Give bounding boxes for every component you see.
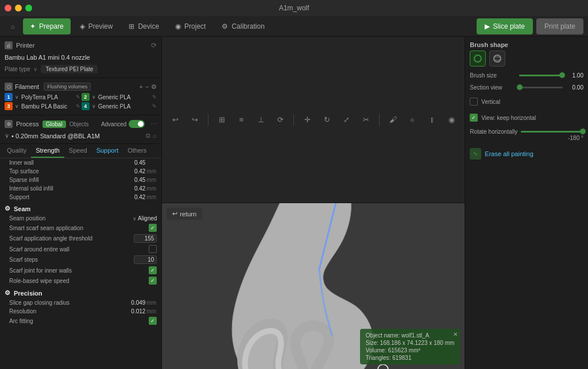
precision-group-header: ⚙ Precision (0, 286, 161, 298)
brush-sphere-button[interactable] (489, 51, 505, 67)
filament-item-2: 2 ∨ Generic PLA ✎ (82, 93, 157, 101)
toolbar-orient-icon[interactable]: ⟳ (272, 111, 289, 129)
filament-name-1[interactable]: PolyTerra PLA (21, 94, 58, 100)
printer-expand-icon[interactable]: ⟳ (151, 41, 157, 49)
calibration-tab[interactable]: ⚙ Calibration (215, 18, 271, 34)
filament-section: ⬡ Filament Flushing volumes + − ⚙ 1 ∨ Po… (0, 78, 161, 115)
object-info-close-button[interactable]: ✕ (453, 331, 458, 337)
brush-size-slider[interactable] (519, 75, 563, 76)
scarf-joint-checkbox[interactable]: ✓ (149, 266, 157, 274)
plate-type-label: Plate type (5, 66, 30, 72)
toolbar-support-icon[interactable]: ⊥ (252, 111, 269, 129)
toolbar-grid-icon[interactable]: ⊞ (213, 111, 230, 129)
advanced-label: Advanced (101, 121, 126, 127)
settings-row-smart-scarf: Smart scarf seam application ✓ (0, 223, 161, 233)
role-wipe-checkbox[interactable]: ✓ (149, 277, 157, 285)
filament-remove-icon[interactable]: − (145, 83, 149, 91)
toolbar-cut-icon[interactable]: ✂ (357, 111, 374, 129)
scarf-steps-label: Scarf steps (9, 257, 134, 263)
svg-point-3 (494, 57, 501, 60)
resolution-label: Resolution (9, 308, 125, 314)
viewport-canvas[interactable]: ↩ return (162, 203, 465, 369)
tab-support[interactable]: Support (92, 144, 123, 158)
vertical-checkbox[interactable] (470, 98, 478, 106)
filament-name-3[interactable]: Bambu PLA Basic (21, 103, 67, 110)
tab-speed[interactable]: Speed (64, 144, 92, 158)
plate-type-value[interactable]: Textured PEI Plate (41, 65, 98, 73)
settings-row-top-surface: Top surface 0.42 mm (0, 167, 161, 176)
minimize-button[interactable] (15, 5, 22, 11)
toolbar-seam-icon[interactable]: ⟐ (404, 111, 421, 129)
erase-all-button[interactable]: ✎ Erase all painting (470, 147, 583, 161)
filament-arrow-4: ∨ (92, 103, 96, 109)
support-label: Support (9, 194, 125, 200)
filament-name-2[interactable]: Generic PLA (98, 94, 131, 100)
settings-row-resolution: Resolution 0.012 mm (0, 307, 161, 316)
view-keep-horizontal-checkbox[interactable]: ✓ (470, 114, 478, 122)
brush-circle-button[interactable] (470, 51, 486, 67)
toolbar-paint-icon[interactable]: 🖌 (384, 111, 401, 129)
seam-collapse-icon[interactable]: ⚙ (5, 205, 10, 212)
global-toggle[interactable]: Global (42, 121, 66, 128)
toolbar-undo-icon[interactable]: ↩ (167, 111, 184, 129)
print-button[interactable]: Print plate (536, 18, 583, 34)
prepare-label: Prepare (39, 22, 64, 30)
settings-row-seam-position: Seam position ∨ Aligned (0, 214, 161, 223)
flushing-volumes-button[interactable]: Flushing volumes (44, 83, 91, 91)
toolbar-move-icon[interactable]: ✛ (299, 111, 316, 129)
brush-shapes (470, 51, 583, 67)
process-more-icon[interactable]: ⋯ (150, 121, 157, 128)
toolbar-redo-icon[interactable]: ↪ (186, 111, 203, 129)
top-surface-value: 0.42 (125, 168, 145, 174)
filament-edit-2[interactable]: ✎ (152, 94, 157, 100)
support-unit: mm (146, 194, 157, 200)
toolbar-support2-icon[interactable]: ⫿ (423, 111, 440, 129)
rotate-horizontal-section: Rotate horizontally -180 ° (470, 129, 583, 141)
filament-label: Filament (15, 83, 39, 90)
circle-shape-icon (473, 54, 482, 63)
filament-settings-icon[interactable]: ⚙ (151, 83, 157, 91)
filament-edit-1[interactable]: ✎ (76, 94, 80, 100)
preset-search-icon[interactable]: ⌕ (153, 132, 157, 139)
toolbar-layer-icon[interactable]: ≡ (233, 111, 250, 129)
plate-type-row: Plate type ∨ Textured PEI Plate (5, 63, 157, 75)
filament-add-icon[interactable]: + (139, 83, 142, 91)
smart-scarf-label: Smart scarf seam application (9, 225, 149, 231)
tab-quality[interactable]: Quality (2, 144, 31, 158)
filament-edit-4[interactable]: ✎ (152, 103, 157, 109)
preset-name[interactable]: • 0.20mm Standard @BBL A1M (11, 133, 100, 139)
section-view-row: Section view 0.00 (470, 84, 583, 91)
rotate-horizontal-fill (521, 131, 583, 133)
maximize-button[interactable] (25, 5, 32, 11)
project-tab[interactable]: ◉ Project (168, 18, 212, 34)
preset-copy-icon[interactable]: ⧉ (146, 132, 150, 139)
vertical-label: Vertical (481, 99, 500, 105)
scarf-steps-input[interactable]: 10 (134, 255, 157, 264)
objects-toggle[interactable]: Objects (69, 121, 89, 127)
preview-tab[interactable]: ◈ Preview (73, 18, 120, 34)
filament-num-4: 4 (82, 102, 90, 110)
advanced-pill[interactable] (129, 120, 145, 128)
prepare-tab[interactable]: ✦ Prepare (23, 18, 71, 34)
slice-button[interactable]: ▶ Slice plate (477, 18, 533, 34)
filament-name-4[interactable]: Generic PLA (98, 103, 131, 110)
home-button[interactable]: ⌂ (5, 18, 21, 34)
toolbar-scale-icon[interactable]: ⤢ (338, 111, 355, 129)
toolbar-rotate-icon[interactable]: ↻ (318, 111, 335, 129)
rotate-horizontal-slider[interactable] (521, 131, 583, 133)
seam-position-value[interactable]: Aligned (137, 215, 157, 222)
toolbar-fill-icon[interactable]: ◉ (443, 111, 460, 129)
tab-others[interactable]: Others (123, 144, 151, 158)
section-view-slider[interactable] (519, 87, 563, 88)
close-button[interactable] (5, 5, 11, 11)
scarf-entire-checkbox[interactable] (149, 245, 157, 253)
smart-scarf-checkbox[interactable]: ✓ (149, 224, 157, 232)
precision-collapse-icon[interactable]: ⚙ (5, 289, 10, 297)
arc-fitting-checkbox[interactable]: ✓ (149, 317, 157, 325)
window-title: A1m_wolf (279, 4, 310, 12)
device-tab[interactable]: ⊞ Device (122, 18, 166, 34)
filament-edit-3[interactable]: ✎ (76, 103, 80, 109)
tab-strength[interactable]: Strength (31, 144, 64, 158)
scarf-angle-input[interactable]: 155 (134, 234, 157, 243)
filament-grid: 1 ∨ PolyTerra PLA ✎ 2 ∨ Generic PLA ✎ 3 … (5, 93, 157, 112)
